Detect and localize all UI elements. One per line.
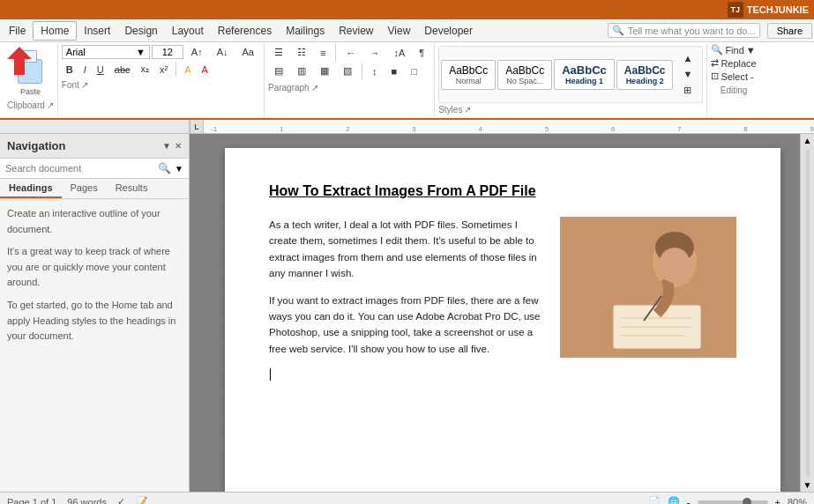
text-cursor: [270, 368, 271, 381]
shading-button[interactable]: ■: [385, 63, 403, 79]
style-heading1[interactable]: AaBbCc Heading 1: [554, 59, 615, 90]
sort-button[interactable]: ↕A: [387, 45, 411, 61]
document-text: As a tech writer, I deal a lot with PDF …: [269, 217, 546, 384]
replace-row[interactable]: ⇄ Replace: [711, 57, 756, 69]
line-spacing-button[interactable]: ↕: [366, 63, 384, 79]
zoom-slider[interactable]: [698, 500, 768, 504]
border-button[interactable]: □: [405, 63, 423, 79]
tab-pages[interactable]: Pages: [62, 179, 107, 198]
find-label[interactable]: Find: [725, 45, 743, 56]
search-icon: 🔍: [612, 25, 624, 36]
layout-print-icon[interactable]: 📄: [648, 496, 661, 504]
zoom-in-button[interactable]: +: [775, 497, 780, 505]
share-button[interactable]: Share: [767, 23, 812, 39]
menu-review[interactable]: Review: [332, 22, 380, 40]
align-left-button[interactable]: ▤: [268, 63, 289, 79]
nav-content: Create an interactive outline of your do…: [0, 199, 189, 359]
replace-icon: ⇄: [711, 57, 719, 69]
menu-references[interactable]: References: [211, 22, 279, 40]
nav-search-expand[interactable]: ▼: [175, 164, 183, 174]
justify-button[interactable]: ▧: [337, 63, 358, 79]
nav-search-icon[interactable]: 🔍: [158, 162, 171, 174]
highlight-button[interactable]: A: [180, 63, 195, 77]
font-case-button[interactable]: Aa: [236, 44, 260, 60]
select-label[interactable]: Select -: [721, 71, 753, 82]
replace-label[interactable]: Replace: [721, 58, 756, 69]
layout-web-icon[interactable]: 🌐: [668, 496, 680, 504]
show-formatting-button[interactable]: ¶: [413, 45, 430, 61]
style-nospace[interactable]: AaBbCc No Spac...: [497, 60, 552, 90]
menu-mailings[interactable]: Mailings: [279, 22, 332, 40]
menu-insert[interactable]: Insert: [77, 22, 117, 40]
font-color-button[interactable]: A: [198, 63, 213, 77]
scroll-up-button[interactable]: ▲: [802, 134, 814, 147]
menu-developer[interactable]: Developer: [417, 22, 480, 40]
font-size-value: 12: [162, 47, 173, 57]
document-area[interactable]: 12345 67891011 How To Extract Images Fro…: [190, 134, 800, 492]
paragraph-group-label: Paragraph: [268, 83, 310, 93]
tab-results[interactable]: Results: [107, 179, 157, 198]
para-expand-icon[interactable]: ↗: [311, 83, 318, 93]
nav-close-button[interactable]: ✕: [175, 141, 182, 151]
numbering-button[interactable]: ☷: [291, 44, 312, 61]
menu-layout[interactable]: Layout: [165, 22, 211, 40]
track-changes-icon[interactable]: 📝: [136, 496, 148, 504]
styles-expand[interactable]: ⊞: [676, 82, 698, 99]
bullets-button[interactable]: ☰: [268, 44, 289, 61]
styles-group-label: Styles: [438, 105, 462, 115]
divider1: [175, 62, 176, 77]
find-row[interactable]: 🔍 Find ▼: [711, 44, 756, 56]
underline-button[interactable]: U: [93, 63, 108, 77]
ruler-toggle[interactable]: L: [190, 120, 204, 133]
document-page[interactable]: How To Extract Images From A PDF File As…: [225, 148, 780, 492]
menu-search-bar[interactable]: 🔍 Tell me what you want to do...: [608, 23, 760, 38]
style-heading2[interactable]: AaBbCc Heading 2: [616, 60, 674, 90]
title-bar: TJ TECHJUNKIE: [0, 0, 814, 19]
spell-check-icon[interactable]: ✓: [117, 496, 125, 504]
menu-design[interactable]: Design: [117, 22, 164, 40]
align-center-button[interactable]: ▥: [291, 63, 312, 79]
nav-search-row: 🔍 ▼: [0, 159, 189, 179]
italic-button[interactable]: I: [79, 63, 91, 77]
nav-tabs: Headings Pages Results: [0, 179, 189, 199]
zoom-out-button[interactable]: -: [687, 497, 691, 505]
multilevel-button[interactable]: ≡: [314, 45, 332, 61]
menu-home[interactable]: Home: [33, 21, 77, 41]
nav-options-arrow[interactable]: ▼: [162, 141, 171, 151]
ruler-marks: -1 1 2 3 4 5 6 7 8 9: [204, 120, 814, 133]
menu-file[interactable]: File: [2, 22, 33, 40]
status-bar: Page 1 of 1 96 words ✓ 📝 📄 🌐 - + 80%: [0, 492, 814, 504]
scroll-track[interactable]: [806, 149, 810, 477]
font-expand-icon[interactable]: ↗: [81, 80, 88, 90]
font-shrink-button[interactable]: A↓: [211, 44, 235, 60]
align-right-button[interactable]: ▦: [314, 63, 335, 79]
superscript-button[interactable]: x²: [155, 63, 172, 77]
paste-button[interactable]: Paste: [8, 46, 52, 99]
para-divider2: [362, 63, 362, 79]
strikethrough-button[interactable]: abc: [110, 63, 135, 77]
menu-view[interactable]: View: [381, 22, 418, 40]
font-grow-button[interactable]: A↑: [185, 44, 209, 60]
clipboard-expand-icon[interactable]: ↗: [47, 100, 54, 110]
select-icon: ⊡: [711, 70, 719, 82]
font-name-dropdown[interactable]: Arial ▼: [62, 45, 150, 59]
subscript-button[interactable]: x₂: [137, 62, 154, 77]
decrease-indent-button[interactable]: ←: [340, 45, 362, 61]
paste-label: Paste: [20, 87, 41, 96]
style-normal[interactable]: AaBbCc Normal: [441, 60, 496, 90]
styles-expand-icon[interactable]: ↗: [464, 105, 471, 115]
svg-marker-0: [7, 47, 32, 75]
select-row[interactable]: ⊡ Select -: [711, 70, 756, 82]
increase-indent-button[interactable]: →: [363, 45, 385, 61]
menu-search-text: Tell me what you want to do...: [628, 26, 756, 36]
tab-headings[interactable]: Headings: [0, 179, 62, 198]
styles-scroll-down[interactable]: ▼: [676, 66, 698, 82]
search-input[interactable]: [5, 163, 154, 174]
scroll-down-button[interactable]: ▼: [802, 478, 814, 492]
styles-scroll-up[interactable]: ▲: [676, 50, 698, 66]
brand-icon: TJ: [728, 2, 743, 18]
ribbon-body: Paste Clipboard ↗ Arial ▼ 12: [0, 42, 814, 118]
bold-button[interactable]: B: [62, 63, 78, 77]
vertical-scrollbar[interactable]: ▲ ▼: [800, 134, 814, 492]
font-size-box[interactable]: 12: [152, 45, 183, 59]
